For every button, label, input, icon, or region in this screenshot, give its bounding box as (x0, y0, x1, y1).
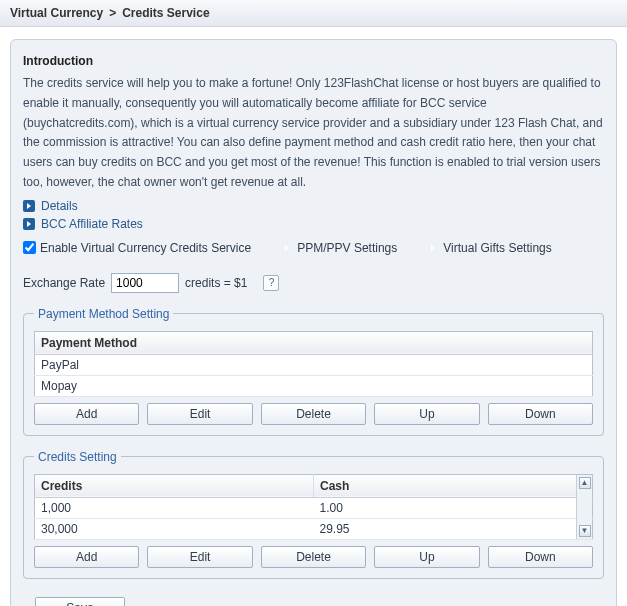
credits-header[interactable]: Credits (35, 474, 314, 497)
credits-setting-legend: Credits Setting (34, 450, 121, 464)
svg-marker-2 (285, 245, 289, 251)
intro-title: Introduction (23, 54, 604, 68)
ppm-ppv-label: PPM/PPV Settings (297, 241, 397, 255)
scroll-up-icon[interactable]: ▲ (579, 477, 591, 489)
credits-scrollbar[interactable]: ▲ ▼ (576, 475, 592, 539)
payment-button-row: Add Edit Delete Up Down (34, 403, 593, 425)
exchange-rate-suffix: credits = $1 (185, 276, 247, 290)
arrow-right-icon (429, 241, 437, 255)
ppm-ppv-link[interactable]: PPM/PPV Settings (283, 241, 397, 255)
payment-method-cell: Mopay (35, 375, 593, 396)
breadcrumb-section: Virtual Currency (10, 6, 103, 20)
table-row[interactable]: 30,000 29.95 (35, 518, 593, 539)
save-row: Save (23, 597, 604, 606)
intro-body: The credits service will help you to mak… (23, 74, 604, 193)
edit-button[interactable]: Edit (147, 546, 252, 568)
table-row[interactable]: Mopay (35, 375, 593, 396)
up-button[interactable]: Up (374, 403, 479, 425)
credits-cell: 1,000 (35, 497, 314, 518)
enable-service-input[interactable] (23, 241, 36, 254)
credits-button-row: Add Edit Delete Up Down (34, 546, 593, 568)
payment-method-table: Payment Method PayPal Mopay (34, 331, 593, 397)
virtual-gifts-label: Virtual Gifts Settings (443, 241, 552, 255)
payment-method-legend: Payment Method Setting (34, 307, 173, 321)
cash-cell: 29.95 (314, 518, 593, 539)
credits-table: Credits Cash 1,000 1.00 30,000 29.95 (34, 474, 593, 540)
exchange-rate-input[interactable] (111, 273, 179, 293)
up-button[interactable]: Up (374, 546, 479, 568)
main-panel: Introduction The credits service will he… (10, 39, 617, 606)
help-icon[interactable]: ? (263, 275, 279, 291)
arrow-right-icon (23, 200, 35, 212)
breadcrumb-page: Credits Service (122, 6, 209, 20)
affiliate-link-label: BCC Affiliate Rates (41, 217, 143, 231)
details-link-label: Details (41, 199, 78, 213)
credits-cell: 30,000 (35, 518, 314, 539)
settings-row: Enable Virtual Currency Credits Service … (23, 241, 604, 255)
add-button[interactable]: Add (34, 546, 139, 568)
table-row[interactable]: PayPal (35, 354, 593, 375)
virtual-gifts-link[interactable]: Virtual Gifts Settings (429, 241, 552, 255)
exchange-rate-row: Exchange Rate credits = $1 ? (23, 273, 604, 293)
edit-button[interactable]: Edit (147, 403, 252, 425)
affiliate-link[interactable]: BCC Affiliate Rates (23, 217, 604, 231)
cash-cell: 1.00 (314, 497, 593, 518)
save-button[interactable]: Save (35, 597, 125, 606)
breadcrumb: Virtual Currency > Credits Service (0, 0, 627, 27)
exchange-rate-label: Exchange Rate (23, 276, 105, 290)
payment-method-cell: PayPal (35, 354, 593, 375)
cash-header[interactable]: Cash (314, 474, 593, 497)
enable-service-label: Enable Virtual Currency Credits Service (40, 241, 251, 255)
payment-method-header[interactable]: Payment Method (35, 331, 593, 354)
svg-marker-1 (27, 221, 31, 227)
table-row[interactable]: 1,000 1.00 (35, 497, 593, 518)
details-link[interactable]: Details (23, 199, 604, 213)
down-button[interactable]: Down (488, 403, 593, 425)
credits-setting-group: Credits Setting Credits Cash 1,000 1.00 … (23, 450, 604, 579)
delete-button[interactable]: Delete (261, 546, 366, 568)
arrow-right-icon (23, 218, 35, 230)
delete-button[interactable]: Delete (261, 403, 366, 425)
breadcrumb-separator: > (109, 6, 116, 20)
payment-method-group: Payment Method Setting Payment Method Pa… (23, 307, 604, 436)
scroll-down-icon[interactable]: ▼ (579, 525, 591, 537)
arrow-right-icon (283, 241, 291, 255)
down-button[interactable]: Down (488, 546, 593, 568)
enable-service-checkbox[interactable]: Enable Virtual Currency Credits Service (23, 241, 251, 255)
add-button[interactable]: Add (34, 403, 139, 425)
svg-marker-0 (27, 203, 31, 209)
svg-marker-3 (431, 245, 435, 251)
